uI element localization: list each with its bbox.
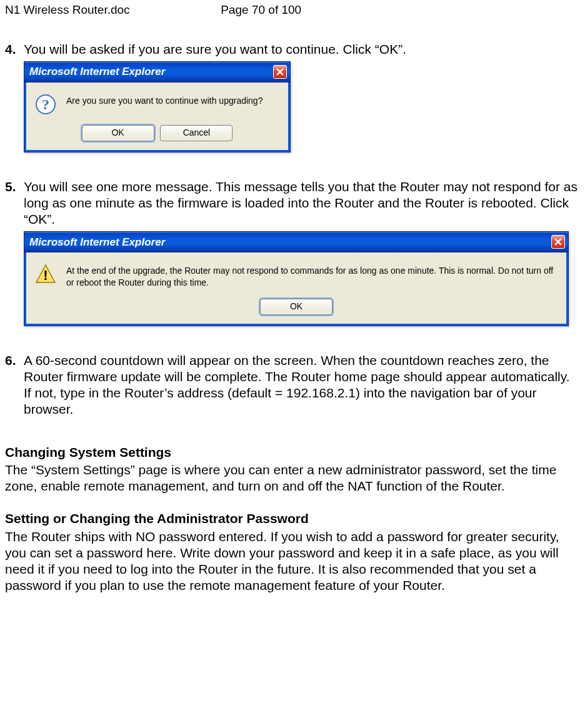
dialog-titlebar: Microsoft Internet Explorer	[24, 232, 568, 252]
step-5-text: You will see one more message. This mess…	[24, 179, 580, 228]
step-4-text: You will be asked if you are sure you wa…	[24, 41, 580, 57]
ok-button[interactable]: OK	[82, 125, 154, 141]
step-number-6: 6.	[5, 352, 24, 418]
question-icon: ?	[35, 94, 56, 115]
dialog-confirm-upgrade: Microsoft Internet Explorer ?	[24, 61, 291, 152]
dialog-upgrade-warning: Microsoft Internet Explorer !	[24, 231, 569, 326]
dialog-titlebar: Microsoft Internet Explorer	[24, 62, 290, 82]
dialog-title: Microsoft Internet Explorer	[29, 236, 165, 249]
step-number-5: 5.	[5, 179, 24, 326]
cancel-button[interactable]: Cancel	[160, 125, 232, 141]
svg-text:!: !	[43, 267, 48, 283]
page-header: N1 Wireless Router.doc Page 70 of 100	[5, 2, 580, 17]
heading-changing-system-settings: Changing System Settings	[5, 444, 580, 461]
warning-icon: !	[35, 264, 56, 285]
heading-admin-password: Setting or Changing the Administrator Pa…	[5, 511, 580, 527]
close-icon[interactable]	[273, 65, 287, 79]
step-6-text: A 60-second countdown will appear on the…	[24, 352, 580, 418]
para-changing-system-settings: The “System Settings” page is where you …	[5, 462, 580, 495]
doc-filename: N1 Wireless Router.doc	[5, 2, 218, 17]
dialog-message: At the end of the upgrade, the Router ma…	[66, 264, 558, 289]
dialog-title: Microsoft Internet Explorer	[29, 65, 165, 78]
step-number-4: 4.	[5, 41, 24, 152]
page-indicator: Page 70 of 100	[221, 3, 301, 16]
svg-text:?: ?	[42, 96, 49, 112]
para-admin-password: The Router ships with NO password entere…	[5, 529, 580, 594]
ok-button[interactable]: OK	[260, 299, 332, 315]
dialog-message: Are you sure you want to continue with u…	[66, 94, 279, 107]
close-icon[interactable]	[551, 235, 565, 249]
